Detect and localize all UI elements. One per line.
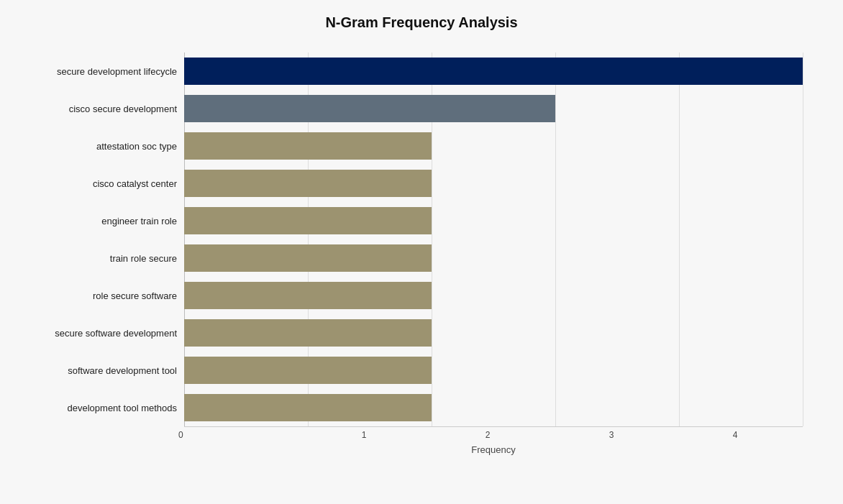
bar-label: secure software development [37,328,184,339]
bar-rect [184,207,432,234]
x-tick: 1 [302,430,426,440]
bar-rect [184,394,432,421]
bar-label: engineer train role [37,216,184,226]
bar-rect [184,282,432,309]
x-tick: 3 [550,430,673,440]
bar-label: attestation soc type [37,141,184,152]
bar-rect [184,95,555,122]
bar-row: secure software development [184,314,803,352]
x-axis-label: Frequency [184,444,803,455]
bar-row: software development tool [184,352,803,389]
x-tick: 2 [426,430,550,440]
bar-row: secure development lifecycle [184,52,803,90]
bar-row: development tool methods [184,389,803,426]
x-tick: 4 [673,430,797,440]
chart-area: secure development lifecyclecisco secure… [184,52,803,426]
bar-label: development tool methods [37,403,184,413]
bar-row: attestation soc type [184,127,803,165]
gridline [803,52,803,426]
bar-rect [184,244,432,272]
bar-label: train role secure [37,253,184,264]
bar-row: engineer train role [184,202,803,239]
x-axis: 012345 Frequency [184,426,803,455]
bar-row: cisco catalyst center [184,165,803,202]
bar-row: cisco secure development [184,90,803,127]
chart-container: secure development lifecyclecisco secure… [26,45,817,491]
bar-label: role secure software [37,290,184,301]
x-axis-ticks: 012345 [184,427,803,441]
bar-rect [184,357,432,384]
bar-rect [184,170,432,197]
bar-rect [184,319,432,347]
bar-label: secure development lifecycle [37,66,184,77]
bar-label: cisco catalyst center [37,178,184,189]
bar-label: cisco secure development [37,104,184,114]
bar-row: role secure software [184,277,803,314]
x-tick: 0 [178,430,302,440]
bars-wrapper: secure development lifecyclecisco secure… [33,52,803,426]
bar-row: train role secure [184,239,803,277]
bar-rect [184,132,432,160]
bar-rect [184,58,803,85]
chart-title: N-Gram Frequency Analysis [325,14,517,31]
x-tick: 5 [797,430,843,440]
bar-label: software development tool [37,365,184,376]
